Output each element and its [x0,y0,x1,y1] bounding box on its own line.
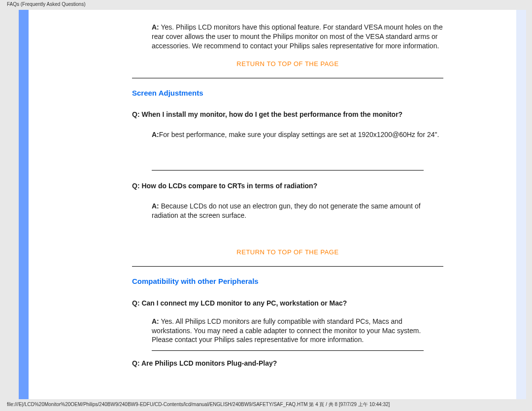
content-area: A: Yes. Philips LCD monitors have this o… [132,10,443,399]
answer-radiation-text: Because LCDs do not use an electron gun,… [152,202,421,219]
question-label: Q: [132,299,140,307]
section-heading-compatibility: Compatibility with other Peripherals [132,276,443,286]
question-pc-mac: Q: Can I connect my LCD monitor to any P… [132,299,443,308]
answer-label: A: [152,317,159,325]
question-install-performance-text: When I install my monitor, how do I get … [140,110,403,118]
mount-answer-text: Yes. Philips LCD monitors have this opti… [152,23,443,50]
answer-label: A: [152,131,159,138]
section-divider [132,266,443,267]
answer-pc-mac: A: Yes. All Philips LCD monitors are ful… [132,317,443,345]
section-heading-screen-adjustments: Screen Adjustments [132,88,443,98]
question-label: Q: [132,110,140,118]
inner-divider [152,170,424,171]
return-to-top-link[interactable]: RETURN TO TOP OF THE PAGE [132,248,443,257]
page-body: A: Yes. Philips LCD monitors have this o… [29,10,516,399]
question-radiation: Q: How do LCDs compare to CRTs in terms … [132,181,443,191]
return-to-top-link[interactable]: RETURN TO TOP OF THE PAGE [132,60,443,68]
mount-answer-block: A: Yes. Philips LCD monitors have this o… [132,23,443,51]
inner-divider [152,350,424,351]
question-plug-and-play: Q: Are Philips LCD monitors Plug-and-Pla… [132,359,443,368]
answer-install-performance-text: For best performance, make sure your dis… [159,131,439,138]
answer-label: A: [152,23,159,31]
section-divider [132,78,443,78]
answer-radiation: A: Because LCDs do not use an electron g… [132,202,443,220]
answer-install-performance: A:For best performance, make sure your d… [132,130,443,139]
left-color-band [19,10,29,399]
question-label: Q: [132,359,140,367]
question-radiation-text: How do LCDs compare to CRTs in terms of … [140,182,318,190]
question-install-performance: Q: When I install my monitor, how do I g… [132,110,443,119]
page-header-label: FAQs (Frequently Asked Questions) [7,1,86,7]
right-color-band [516,10,526,399]
question-label: Q: [132,182,140,190]
page-footer-path: file:///E|/LCD%20Monitor%20OEM/Philips/2… [7,401,390,408]
question-plug-and-play-text: Are Philips LCD monitors Plug-and-Play? [140,359,277,367]
answer-label: A: [152,202,159,210]
answer-pc-mac-text: Yes. All Philips LCD monitors are fully … [152,317,421,344]
question-pc-mac-text: Can I connect my LCD monitor to any PC, … [140,299,347,307]
